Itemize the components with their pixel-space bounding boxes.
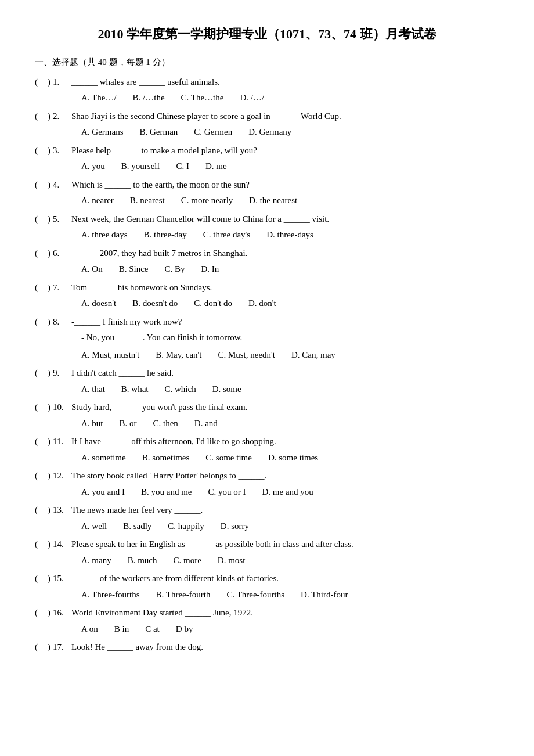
question-text: ______ of the workers are from different… xyxy=(71,571,499,586)
option-item: A on xyxy=(81,622,98,637)
question-block: ()9.I didn't catch ______ he said.A. tha… xyxy=(35,366,499,397)
question-text: Which is ______ to the earth, the moon o… xyxy=(71,178,499,193)
options-line: A. The…/B. /…theC. The…theD. /…/ xyxy=(35,91,499,106)
options-line: A. you and IB. you and meC. you or ID. m… xyxy=(35,485,499,500)
paren-left: ( xyxy=(35,366,48,381)
question-subtext: - No, you ______. You can finish it tomo… xyxy=(35,330,499,345)
paren-right: ) xyxy=(48,246,50,261)
option-item: C. some time xyxy=(205,451,252,466)
options-line: A. GermansB. GermanC. GermenD. Germany xyxy=(35,125,499,140)
question-number: 15. xyxy=(53,571,71,586)
question-line: ()1.______ whales are ______ useful anim… xyxy=(35,75,499,90)
question-block: ()4.Which is ______ to the earth, the mo… xyxy=(35,178,499,208)
paren-right: ) xyxy=(48,143,50,159)
question-number: 8. xyxy=(53,315,71,330)
question-number: 6. xyxy=(53,246,71,261)
option-item: C. The…the xyxy=(181,91,224,106)
question-block: ()16.World Environment Day started _____… xyxy=(35,606,499,636)
paren-right: ) xyxy=(48,434,50,449)
paren-left: ( xyxy=(35,640,48,655)
question-block: ()10.Study hard, ______ you won't pass t… xyxy=(35,400,499,431)
option-item: C. then xyxy=(153,416,178,431)
option-item: D. some xyxy=(212,382,241,397)
paren-right: ) xyxy=(48,640,50,655)
question-number: 2. xyxy=(53,109,71,124)
option-item: A. sometime xyxy=(81,451,126,466)
option-item: C. you or I xyxy=(208,485,246,500)
paren-right: ) xyxy=(48,503,50,518)
paren-right: ) xyxy=(48,75,50,90)
question-block: ()13.The news made her feel very ______.… xyxy=(35,503,499,534)
question-text: -______ I finish my work now? xyxy=(71,315,499,330)
options-line: A. OnB. SinceC. ByD. In xyxy=(35,262,499,277)
question-text: Please help ______ to make a model plane… xyxy=(71,143,499,159)
section-header: 一、选择题（共 40 题，每题 1 分） xyxy=(35,55,499,70)
option-item: C at xyxy=(145,622,160,637)
question-number: 5. xyxy=(53,212,71,227)
paren-right: ) xyxy=(48,109,50,124)
option-item: A. Germans xyxy=(81,125,123,140)
paren-left: ( xyxy=(35,537,48,552)
option-item: B. Three-fourth xyxy=(156,588,211,603)
question-block: ()8.-______ I finish my work now?- No, y… xyxy=(35,315,499,363)
option-item: C. I xyxy=(176,159,190,174)
question-line: ()15.______ of the workers are from diff… xyxy=(35,571,499,586)
option-item: B. three-day xyxy=(144,228,187,243)
paren-left: ( xyxy=(35,571,48,586)
question-line: ()4.Which is ______ to the earth, the mo… xyxy=(35,178,499,193)
question-number: 1. xyxy=(53,75,71,90)
paren-left: ( xyxy=(35,400,48,415)
option-item: D. don't xyxy=(248,296,276,311)
paren-right: ) xyxy=(48,537,50,552)
option-item: D. me and you xyxy=(262,485,313,500)
option-item: D. some times xyxy=(268,451,318,466)
question-text: Shao Jiayi is the second Chinese player … xyxy=(71,109,499,124)
option-item: B. German xyxy=(139,125,178,140)
option-item: B. or xyxy=(120,416,137,431)
question-number: 12. xyxy=(53,469,71,484)
question-line: ()5.Next week, the German Chancellor wil… xyxy=(35,212,499,227)
question-text: The news made her feel very ______. xyxy=(71,503,499,518)
question-line: ()12.The story book called ' Harry Potte… xyxy=(35,469,499,484)
question-number: 16. xyxy=(53,606,71,621)
option-item: A. The…/ xyxy=(81,91,117,106)
paren-left: ( xyxy=(35,280,48,296)
option-item: A. On xyxy=(81,262,103,277)
option-item: C. which xyxy=(165,382,196,397)
paren-right: ) xyxy=(48,571,50,586)
question-number: 7. xyxy=(53,280,71,296)
options-line: A. butB. orC. thenD. and xyxy=(35,416,499,431)
option-item: A. but xyxy=(81,416,103,431)
question-block: ()5.Next week, the German Chancellor wil… xyxy=(35,212,499,243)
option-item: C. By xyxy=(165,262,185,277)
option-item: D. most xyxy=(218,553,246,568)
question-block: ()14.Please speak to her in English as _… xyxy=(35,537,499,568)
paren-right: ) xyxy=(48,400,50,415)
option-item: B. sadly xyxy=(123,519,151,534)
question-line: ()10.Study hard, ______ you won't pass t… xyxy=(35,400,499,415)
option-item: C. Must, needn't xyxy=(218,348,275,363)
question-line: ()17.Look! He ______ away from the dog. xyxy=(35,640,499,655)
paren-left: ( xyxy=(35,212,48,227)
paren-right: ) xyxy=(48,212,50,227)
question-number: 4. xyxy=(53,178,71,193)
options-line: A. sometimeB. sometimesC. some timeD. so… xyxy=(35,451,499,466)
paren-left: ( xyxy=(35,246,48,261)
option-item: D. Germany xyxy=(248,125,291,140)
question-number: 3. xyxy=(53,143,71,159)
options-line: A. Three-fourthsB. Three-fourthC. Three-… xyxy=(35,588,499,603)
option-item: D. Can, may xyxy=(291,348,335,363)
question-line: ()3.Please help ______ to make a model p… xyxy=(35,143,499,159)
question-line: ()6.______ 2007, they had built 7 metros… xyxy=(35,246,499,261)
question-line: ()2.Shao Jiayi is the second Chinese pla… xyxy=(35,109,499,124)
question-block: ()17.Look! He ______ away from the dog. xyxy=(35,640,499,655)
question-text: ______ 2007, they had built 7 metros in … xyxy=(71,246,499,261)
question-block: ()2.Shao Jiayi is the second Chinese pla… xyxy=(35,109,499,140)
options-line: A. youB. yourselfC. ID. me xyxy=(35,159,499,174)
page-title: 2010 学年度第一学期护理专业（1071、73、74 班）月考试卷 xyxy=(35,23,499,45)
option-item: C. more nearly xyxy=(181,193,233,208)
question-text: Please speak to her in English as ______… xyxy=(71,537,499,552)
option-item: B. doesn't do xyxy=(132,296,178,311)
question-text: The story book called ' Harry Potter' be… xyxy=(71,469,499,484)
option-item: C. Germen xyxy=(194,125,232,140)
